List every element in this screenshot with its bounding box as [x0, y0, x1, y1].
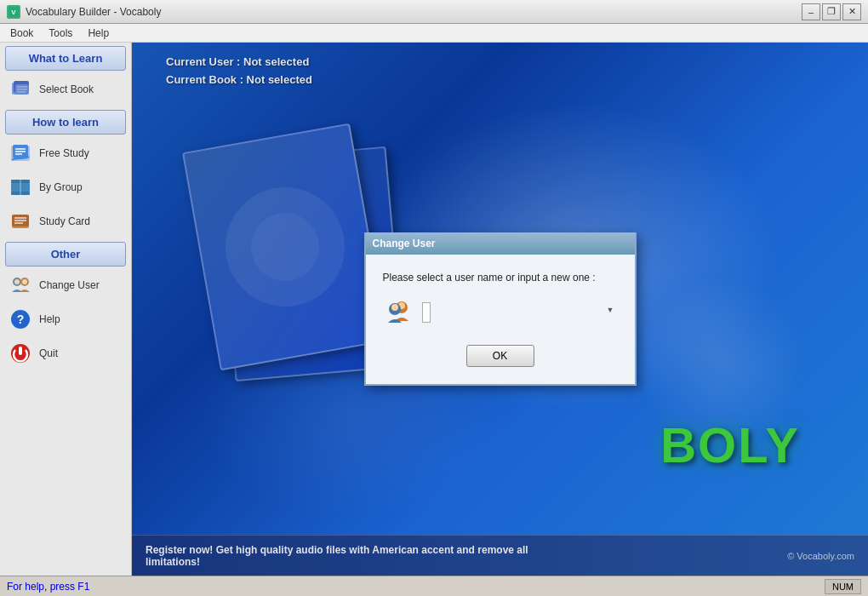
other-button[interactable]: Other — [5, 242, 126, 266]
sidebar: What to Learn Select Book How to learn — [0, 43, 132, 576]
window-title: Vocabulary Builder - Vocaboly — [26, 6, 161, 18]
sidebar-item-free-study[interactable]: Free Study — [0, 136, 131, 170]
by-group-label: By Group — [39, 181, 83, 193]
svg-text:?: ? — [17, 312, 25, 326]
dialog-footer: OK — [383, 345, 618, 370]
dialog-overlay: Change User Please select a user name or… — [132, 43, 868, 576]
sidebar-item-quit[interactable]: Quit — [0, 336, 131, 370]
study-card-label: Study Card — [39, 215, 90, 227]
svg-rect-29 — [19, 347, 22, 355]
free-study-label: Free Study — [39, 147, 89, 159]
sidebar-item-select-book[interactable]: Select Book — [0, 72, 131, 106]
user-dropdown[interactable] — [422, 302, 431, 323]
window-controls: – ❐ ✕ — [802, 3, 861, 20]
svg-point-25 — [22, 279, 27, 284]
menu-help[interactable]: Help — [81, 26, 116, 41]
sidebar-item-help[interactable]: ? Help — [0, 302, 131, 336]
select-book-label: Select Book — [39, 83, 94, 95]
svg-point-23 — [14, 279, 20, 284]
dropdown-wrapper[interactable] — [422, 302, 618, 323]
sidebar-item-study-card[interactable]: Study Card — [0, 204, 131, 238]
by-group-icon — [9, 175, 32, 199]
ok-button[interactable]: OK — [466, 345, 534, 367]
app-icon: V — [7, 5, 20, 19]
study-card-icon — [9, 209, 32, 233]
dialog-titlebar: Change User — [366, 232, 635, 255]
titlebar: V Vocabulary Builder - Vocaboly – ❐ ✕ — [0, 0, 868, 24]
what-to-learn-button[interactable]: What to Learn — [5, 46, 126, 71]
status-help-text: For help, press F1 — [7, 581, 89, 593]
help-icon: ? — [9, 307, 32, 331]
statusbar: For help, press F1 NUM — [0, 576, 868, 596]
menu-book[interactable]: Book — [3, 26, 40, 41]
minimize-button[interactable]: – — [802, 3, 820, 20]
dialog-title: Change User — [373, 238, 436, 249]
dialog-input-row — [383, 297, 618, 328]
sidebar-item-by-group[interactable]: By Group — [0, 170, 131, 204]
status-num-indicator: NUM — [825, 579, 861, 594]
quit-icon — [9, 341, 32, 365]
change-user-icon — [9, 273, 32, 297]
change-user-label: Change User — [39, 279, 100, 291]
close-button[interactable]: ✕ — [842, 3, 861, 20]
sidebar-item-change-user[interactable]: Change User — [0, 268, 131, 302]
books-icon — [9, 77, 32, 101]
svg-point-36 — [391, 304, 398, 311]
users-icon — [383, 297, 414, 328]
help-label: Help — [39, 313, 60, 325]
how-to-learn-button[interactable]: How to learn — [5, 110, 126, 135]
dialog-message: Please select a user name or input a new… — [383, 272, 618, 284]
content-area: Current User : Not selected Current Book… — [132, 43, 868, 576]
menu-tools[interactable]: Tools — [42, 26, 79, 41]
free-study-icon — [9, 141, 32, 165]
restore-button[interactable]: ❐ — [822, 3, 841, 20]
dialog-body: Please select a user name or input a new… — [366, 255, 635, 384]
change-user-dialog: Change User Please select a user name or… — [364, 232, 637, 386]
menubar: Book Tools Help — [0, 24, 868, 43]
svg-text:V: V — [11, 9, 16, 16]
quit-label: Quit — [39, 347, 58, 359]
